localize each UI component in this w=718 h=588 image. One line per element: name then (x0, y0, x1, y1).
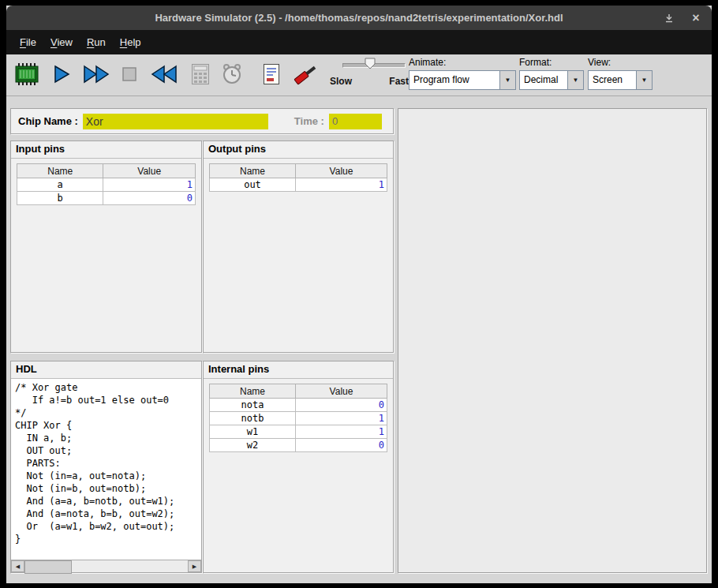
pin-name: w2 (210, 439, 296, 452)
slow-label: Slow (330, 76, 352, 87)
pin-value[interactable]: 0 (103, 192, 196, 205)
screen-panel (398, 108, 707, 573)
menu-item-run[interactable]: Run (80, 32, 113, 52)
animate-label: Animate: (409, 57, 516, 68)
hdl-code-line: Or (a=w1, b=w2, out=out); (15, 520, 197, 533)
chip-name-value: Xor (83, 115, 103, 128)
title-bar[interactable]: Hardware Simulator (2.5) - /home/thomas/… (6, 6, 712, 30)
pin-row: w1 1 (210, 425, 387, 439)
menu-run-rest: un (94, 36, 105, 48)
scrollbar-thumb[interactable] (24, 560, 72, 574)
menu-file-rest: ile (26, 36, 36, 48)
menu-bar: File View Run Help (6, 30, 712, 54)
clock-button[interactable] (219, 57, 245, 92)
pin-value: 1 (296, 412, 387, 425)
dropdown-arrow-icon[interactable]: ▼ (567, 71, 583, 89)
output-pins-panel: Output pins Name Value out 1 (203, 140, 394, 353)
hdl-code-line: Not (in=a, out=nota); (15, 470, 197, 482)
column-header-value: Value (296, 164, 387, 178)
time-value: 0 (329, 115, 338, 127)
hdl-code-view[interactable]: /* Xor gate If a!=b out=1 else out=0 */ … (11, 379, 201, 560)
menu-help-mnemonic: H (120, 36, 127, 48)
hdl-code-line: And (a=a, b=notb, out=w1); (15, 495, 197, 507)
pin-row: a 1 (17, 178, 196, 192)
pin-name: a (17, 178, 103, 192)
dropdown-arrow-icon[interactable]: ▼ (499, 71, 515, 89)
pin-value: 0 (296, 399, 387, 412)
script-button[interactable] (259, 57, 284, 92)
script-icon (262, 63, 281, 85)
minimize-icon (664, 13, 674, 23)
slider-labels: Slow Fast (330, 76, 409, 87)
step-arrow-icon (52, 65, 71, 84)
column-header-name: Name (210, 164, 296, 178)
scroll-right-button[interactable]: ▶ (188, 560, 201, 572)
hdl-code-line: /* Xor gate (15, 381, 197, 394)
dropdown-arrow-icon[interactable]: ▼ (636, 71, 652, 89)
pin-row: nota 0 (210, 399, 387, 412)
scrollbar-track[interactable] (24, 560, 188, 572)
rewind-arrows-icon (151, 65, 178, 84)
minimize-button[interactable] (663, 12, 675, 24)
chip-name-input[interactable]: Xor (83, 114, 268, 129)
view-value: Screen (589, 71, 636, 89)
clock-icon (221, 63, 243, 85)
slider-thumb[interactable] (365, 58, 376, 69)
brush-icon (292, 62, 320, 86)
reset-button[interactable] (147, 57, 181, 92)
pin-row: notb 1 (210, 412, 387, 425)
pin-value[interactable]: 1 (103, 178, 196, 192)
input-pins-panel: Input pins Name Value a 1 b 0 (10, 140, 202, 353)
window-title: Hardware Simulator (2.5) - /home/thomas/… (155, 12, 563, 24)
pin-value: 0 (296, 439, 387, 452)
run-button[interactable] (79, 57, 114, 92)
output-pins-table: Name Value out 1 (209, 163, 387, 192)
table-header-row: Name Value (17, 164, 196, 178)
hdl-title: HDL (11, 361, 201, 379)
single-step-button[interactable] (49, 57, 74, 92)
speed-slider[interactable]: Slow Fast (330, 57, 409, 92)
format-block: Format: Decimal ▼ (519, 57, 584, 90)
hdl-code-line: And (a=nota, b=b, out=w2); (15, 507, 197, 520)
app-window: Hardware Simulator (2.5) - /home/thomas/… (6, 6, 712, 582)
animate-select[interactable]: Program flow ▼ (409, 70, 516, 90)
table-header-row: Name Value (210, 164, 387, 178)
column-header-value: Value (296, 384, 387, 399)
output-pins-title: Output pins (204, 141, 393, 159)
load-chip-button[interactable] (11, 57, 43, 92)
run-arrows-icon (83, 65, 110, 84)
column-header-name: Name (210, 384, 296, 399)
pin-name: b (17, 192, 103, 205)
menu-view-rest: iew (57, 36, 73, 48)
input-pins-title: Input pins (11, 141, 201, 159)
format-value: Decimal (520, 71, 567, 89)
format-select[interactable]: Decimal ▼ (519, 70, 584, 90)
hdl-code-line: If a!=b out=1 else out=0 (15, 394, 197, 406)
internal-pins-panel: Internal pins Name Value nota 0 notb 1 w… (203, 361, 394, 573)
animate-value: Program flow (409, 71, 499, 89)
menu-item-help[interactable]: Help (113, 32, 148, 52)
hdl-horizontal-scrollbar[interactable]: ◀ ▶ (11, 560, 201, 572)
fast-label: Fast (389, 76, 409, 87)
menu-item-view[interactable]: View (43, 32, 80, 52)
chip-name-label: Chip Name : (18, 115, 78, 127)
menu-help-rest: elp (127, 36, 140, 48)
view-select[interactable]: Screen ▼ (588, 70, 653, 90)
pin-name: nota (210, 399, 296, 412)
paint-button[interactable] (289, 57, 323, 92)
hdl-code-line: OUT out; (15, 444, 197, 457)
pin-value: 1 (296, 178, 387, 192)
menu-item-file[interactable]: File (13, 32, 43, 52)
stop-button[interactable] (117, 57, 142, 92)
hdl-code-line: } (15, 533, 197, 545)
scroll-left-button[interactable]: ◀ (11, 560, 24, 572)
internal-pins-title: Internal pins (204, 361, 393, 379)
close-button[interactable]: × (690, 12, 702, 24)
pin-name: notb (210, 412, 296, 425)
time-display: 0 (329, 114, 382, 129)
chip-name-panel: Chip Name : Xor Time : 0 (10, 108, 394, 134)
pin-value: 1 (296, 425, 387, 439)
calculator-icon (191, 63, 210, 85)
animate-block: Animate: Program flow ▼ (409, 57, 516, 90)
calculator-button[interactable] (188, 57, 213, 92)
